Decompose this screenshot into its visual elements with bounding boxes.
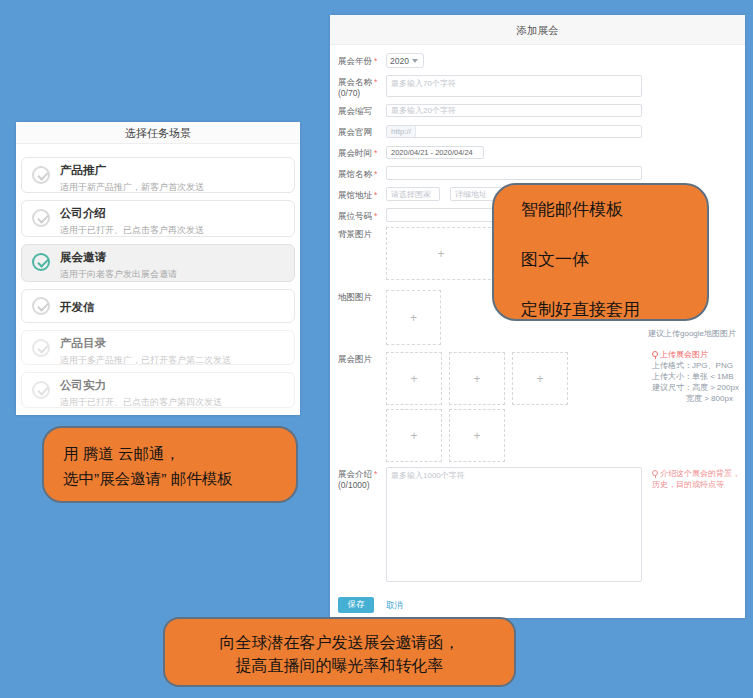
- scenario-item-subtitle: 适用于多产品推广，已打开客户第二次发送: [60, 354, 286, 367]
- website-input[interactable]: [416, 126, 641, 137]
- name-label: 展会名称*(0/70): [338, 77, 384, 99]
- scenario-item-dev-letter[interactable]: 开发信: [21, 289, 295, 323]
- website-label: 展会官网: [338, 127, 384, 138]
- photos-tip: 上传展会图片 上传格式：JPG、PNG 上传大小：单张 < 1MB 建议尺寸：高…: [652, 349, 744, 404]
- plus-icon: +: [536, 372, 543, 386]
- check-circle-icon: [32, 381, 50, 399]
- name-counter: (0/70): [338, 88, 360, 98]
- callout-select-template: 用 腾道 云邮通， 选中”展会邀请” 邮件模板: [42, 426, 298, 503]
- scenario-item-company-intro[interactable]: 公司介绍 适用于已打开、已点击客户再次发送: [21, 200, 295, 237]
- year-select-value: 2020: [390, 56, 409, 66]
- scenario-item-title: 公司介绍: [60, 206, 286, 221]
- scenario-item-title: 产品目录: [60, 336, 286, 351]
- scenario-item-title: 产品推广: [60, 163, 286, 178]
- intro-tip: 介绍这个展会的背景，历史，目的或特点等: [652, 468, 744, 490]
- page: 选择任务场景 产品推广 适用于新产品推广，新客户首次发送 公司介绍 适用于已打开…: [0, 0, 753, 698]
- plus-icon: +: [473, 372, 480, 386]
- scenario-item-title: 公司实力: [60, 378, 286, 393]
- time-label: 展会时间*: [338, 148, 384, 159]
- bg-image-upload-box[interactable]: +: [386, 227, 496, 280]
- intro-counter: (0/1000): [338, 480, 370, 490]
- callout-bottom-message: 向全球潜在客户发送展会邀请函， 提高直播间的曝光率和转化率: [163, 617, 516, 687]
- scenario-panel: 选择任务场景 产品推广 适用于新产品推广，新客户首次发送 公司介绍 适用于已打开…: [16, 122, 300, 415]
- scenario-panel-title: 选择任务场景: [16, 122, 300, 144]
- photo-upload-box[interactable]: +: [449, 352, 505, 405]
- plus-icon: +: [437, 247, 444, 261]
- abbr-label: 展会缩写: [338, 106, 384, 117]
- venue-label: 展馆名称*: [338, 169, 384, 180]
- map-image-tip: 建议上传google地图图片: [648, 328, 740, 339]
- save-button[interactable]: 保存: [338, 597, 374, 613]
- year-label: 展会年份*: [338, 56, 384, 67]
- check-circle-icon-selected: [32, 253, 50, 271]
- url-prefix: http://: [387, 126, 416, 137]
- photo-upload-box[interactable]: +: [386, 409, 442, 462]
- abbr-input[interactable]: [386, 104, 642, 117]
- address-label: 展馆地址*: [338, 190, 384, 201]
- tip-icon: [652, 351, 658, 357]
- check-circle-icon: [32, 209, 50, 227]
- name-input[interactable]: [386, 75, 642, 97]
- photo-upload-box[interactable]: +: [512, 352, 568, 405]
- address-country-input[interactable]: [386, 187, 440, 201]
- scenario-item-title: 展会邀请: [60, 250, 286, 265]
- photos-label: 展会图片: [338, 354, 384, 365]
- intro-textarea[interactable]: [386, 467, 642, 582]
- map-image-upload-box[interactable]: +: [386, 290, 441, 345]
- scenario-item-product-catalog[interactable]: 产品目录 适用于多产品推广，已打开客户第二次发送: [21, 330, 295, 365]
- scenario-item-product-promo[interactable]: 产品推广 适用于新产品推广，新客户首次发送: [21, 157, 295, 193]
- tip-icon: [652, 470, 658, 476]
- scenario-item-title: 开发信: [60, 300, 286, 315]
- website-input-group: http://: [386, 125, 642, 138]
- plus-icon: +: [410, 372, 417, 386]
- plus-icon: +: [410, 311, 417, 325]
- scenario-item-subtitle: 适用于已打开、已点击客户再次发送: [60, 224, 286, 237]
- plus-icon: +: [473, 429, 480, 443]
- scenario-item-subtitle: 适用于新产品推广，新客户首次发送: [60, 181, 286, 194]
- cancel-button[interactable]: 取消: [386, 600, 403, 612]
- booth-label: 展位号码*: [338, 211, 384, 222]
- bg-image-label: 背景图片: [338, 229, 384, 240]
- scenario-item-subtitle: 适用于已打开、已点击的客户第四次发送: [60, 396, 286, 409]
- scenario-item-company-strength[interactable]: 公司实力 适用于已打开、已点击的客户第四次发送: [21, 372, 295, 408]
- venue-input[interactable]: [386, 166, 642, 180]
- form-title: 添加展会: [330, 15, 745, 45]
- callout-smart-template: 智能邮件模板 图文一体 定制好直接套用: [492, 183, 709, 321]
- time-input[interactable]: [386, 146, 484, 159]
- check-circle-icon: [32, 297, 50, 315]
- year-select[interactable]: 2020: [386, 53, 424, 68]
- intro-label: 展会介绍*(0/1000): [338, 469, 384, 491]
- check-circle-icon: [32, 339, 50, 357]
- map-image-label: 地图图片: [338, 292, 384, 303]
- check-circle-icon: [32, 166, 50, 184]
- scenario-item-subtitle: 适用于向老客户发出展会邀请: [60, 268, 286, 281]
- photo-upload-box[interactable]: +: [386, 352, 442, 405]
- chevron-down-icon: [412, 59, 418, 66]
- plus-icon: +: [410, 429, 417, 443]
- photo-upload-box[interactable]: +: [449, 409, 505, 462]
- scenario-item-exhibition-invite[interactable]: 展会邀请 适用于向老客户发出展会邀请: [21, 244, 295, 282]
